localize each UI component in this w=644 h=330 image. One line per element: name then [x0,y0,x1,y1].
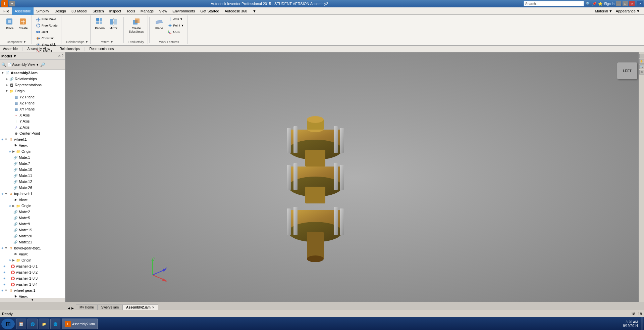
menu-item-assemble[interactable]: Assemble [12,7,34,15]
tab-nav-next[interactable]: ▶ [71,307,74,310]
menu-item-file[interactable]: File [1,7,12,15]
taskbar-start-btn[interactable]: ⊞ [1,319,15,329]
menu-item-tools[interactable]: Tools [124,7,138,15]
tree-item-x-axis[interactable]: → X Axis [0,112,65,118]
menu-item-3dmodel[interactable]: 3D Model [69,7,90,15]
menu-item-manage[interactable]: Manage [138,7,157,15]
zoom-all-btn[interactable]: ⊡ [639,70,644,75]
search-tree-icon[interactable]: 🔎 [40,62,45,67]
taskbar-chrome-btn[interactable]: 🌐 [50,319,60,329]
tree-item-center-point[interactable]: ⊕ Center Point [0,130,65,136]
tree-item-mate21[interactable]: 🔗 Mate:21 [0,239,65,245]
tree-item-top-bevel1[interactable]: ⊕ ▼ ⚙ top-bevel:1 [0,191,65,197]
tree-item-mate10[interactable]: 🔗 Mate:10 [0,167,65,173]
ribbon-group-component-label[interactable]: Component ▼ [7,40,26,44]
tree-item-washer4[interactable]: ⊕ ⭕ washer-1-8:4 [0,281,65,287]
menu-item-sketch[interactable]: Sketch [90,7,107,15]
tree-item-mate7[interactable]: 🔗 Mate:7 [0,160,65,167]
tree-item-yz-plane[interactable]: ▦ YZ Plane [0,94,65,100]
ucs-button[interactable]: UCS [166,29,185,35]
viewcube[interactable]: LEFT [617,62,637,79]
taskbar-inventor-btn[interactable]: I Assembly2.iam [62,319,98,329]
subtoolbar-assemble[interactable]: Assemble [1,46,19,51]
taskbar-explorer-btn[interactable]: 📁 [39,319,49,329]
pattern-button[interactable]: Pattern [93,16,106,31]
tree-item-xz-plane[interactable]: ▦ XZ Plane [0,100,65,106]
menu-dropdown-btn[interactable]: ▼ [250,7,259,15]
close-btn[interactable]: ✕ [629,1,635,6]
model-panel-help-btn[interactable]: ? [61,54,63,58]
orbit-btn[interactable]: ○ [639,54,644,58]
mirror-button[interactable]: Mirror [107,16,120,31]
tree-item-bevel-view[interactable]: 👁 View: [0,251,65,257]
pan-btn[interactable]: ✋ [639,59,644,64]
tree-item-z-axis[interactable]: ↗ Z Axis [0,124,65,130]
restore-btn[interactable]: □ [623,1,628,6]
wheel1-expand-icon[interactable]: ⊕ [1,138,4,141]
menu-item-design[interactable]: Design [52,7,69,15]
free-move-button[interactable]: Free Move [35,16,57,22]
joint-button[interactable]: Joint [35,29,49,35]
create-substitutes-button[interactable]: CreateSubstitutes [127,16,146,34]
menu-item-inspect[interactable]: Inspect [107,7,124,15]
tree-item-bevel-origin[interactable]: ⊕ ▶ 📁 Origin [0,257,65,263]
viewport[interactable]: Y X Z LEFT ○ ✋ 🔍 ⊡ [65,52,644,302]
plane-button[interactable]: Plane [153,16,166,31]
tree-item-mate11[interactable]: 🔗 Mate:11 [0,173,65,179]
tree-item-y-axis[interactable]: ↑ Y Axis [0,118,65,124]
doc-tab-assembly2[interactable]: Assembly2.iam ✕ [122,304,158,310]
tree-item-mate2[interactable]: 🔗 Mate:2 [0,209,65,215]
menu-item-view[interactable]: View [156,7,170,15]
sign-in-btn[interactable]: Sign In [604,2,614,6]
taskbar-windows-btn[interactable]: 🪟 [16,319,26,329]
model-panel-close-btn[interactable]: ✕ [58,54,61,58]
point-button[interactable]: Point ▼ [166,22,185,29]
tree-item-top-bevel-view[interactable]: 👁 View: [0,197,65,203]
place-button[interactable]: Place [3,16,16,31]
tree-item-wheel-gear-view[interactable]: 👁 View: [0,293,65,298]
tree-item-representations[interactable]: ▶ 🖼 Representations [0,82,65,88]
constrain-button[interactable]: Constrain [35,35,56,41]
axis-button[interactable]: Axis ▼ [166,16,185,22]
tree-item-mate26[interactable]: 🔗 Mate:26 [0,185,65,191]
tree-item-wheel1[interactable]: ⊕ ▼ ⚙ wheel:1 [0,136,65,142]
filter-icon[interactable]: 🔍 [1,62,6,67]
model-panel-title[interactable]: Model ▼ [1,54,17,58]
doc-tab-swerve[interactable]: Swerve.iam [98,304,122,310]
doc-tab-myhome[interactable]: My Home [76,304,98,310]
ribbon-group-pattern-label[interactable]: Pattern ▼ [100,40,113,44]
ribbon-group-relationships-label[interactable]: Relationships ▼ [66,40,88,44]
tree-item-wheel-gear1[interactable]: ⊕ ▼ ⚙ wheel-gear:1 [0,287,65,293]
subtoolbar-representations[interactable]: Representations [88,46,115,51]
panel-scroll-indicator[interactable]: ▼ [0,298,65,302]
menu-item-simplify[interactable]: Simplify [34,7,52,15]
doc-tab-assembly2-close[interactable]: ✕ [152,306,155,309]
free-rotate-button[interactable]: Free Rotate [35,22,59,29]
appearance-dropdown[interactable]: Material ▼ Appearance ▼ [595,9,640,13]
tree-item-top-bevel-origin[interactable]: ⊕ ▶ 📁 Origin [0,203,65,209]
zoom-btn[interactable]: 🔍 [639,64,644,69]
tree-item-mate20[interactable]: 🔗 Mate:20 [0,233,65,239]
search-input[interactable] [524,1,584,6]
tree-item-washer1[interactable]: ⊕ ⭕ washer-1-8:1 [0,263,65,269]
tree-item-relationships[interactable]: ▶ 🔗 Relationships [0,76,65,82]
tree-item-mate5[interactable]: 🔗 Mate:5 [0,215,65,221]
tab-nav-prev[interactable]: ◀ [67,307,71,310]
tree-item-washer2[interactable]: ⊕ ⭕ washer-1-8:2 [0,269,65,275]
tree-item-wheel-view[interactable]: 👁 View: [0,142,65,148]
tree-item-wheel-origin[interactable]: ⊕ ▶ 📁 Origin [0,148,65,154]
tree-item-mate12[interactable]: 🔗 Mate:12 [0,179,65,185]
subtoolbar-assembly-view[interactable]: Assembly View [26,46,52,51]
menu-item-getstarted[interactable]: Get Started [198,7,222,15]
create-button[interactable]: Create [17,16,30,31]
taskbar-ie-btn[interactable]: 🌐 [28,319,38,329]
tree-item-xy-plane[interactable]: ▦ XY Plane [0,106,65,112]
help-btn[interactable]: ? [637,1,643,6]
tree-item-mate9[interactable]: 🔗 Mate:9 [0,221,65,227]
menu-item-autodesk360[interactable]: Autodesk 360 [222,7,250,15]
taskbar-show-desktop[interactable] [641,317,643,330]
minimize-btn[interactable]: — [616,1,621,6]
system-menu-btn[interactable]: ▼ [9,1,15,6]
tree-item-origin[interactable]: ▼ 📁 Origin [0,88,65,94]
expand-icon[interactable]: ▼ [36,63,39,66]
